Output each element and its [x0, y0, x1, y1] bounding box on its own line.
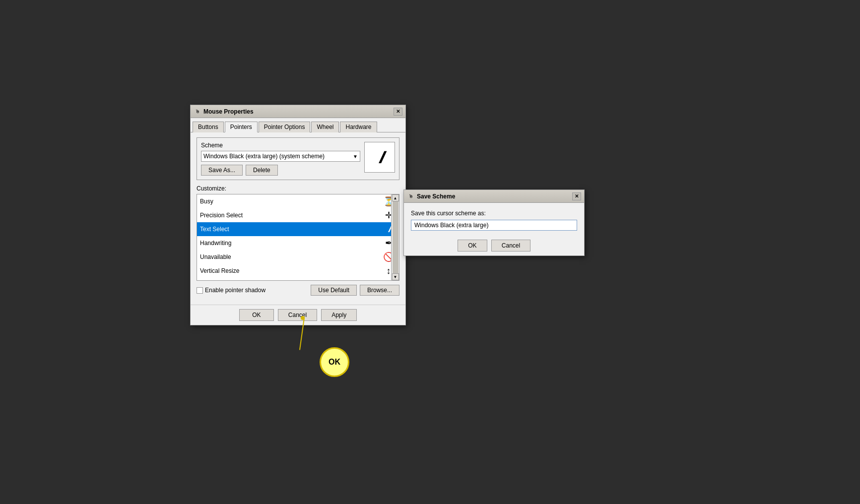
- tab-hardware[interactable]: Hardware: [340, 122, 377, 132]
- list-scrollbar: ▲ ▼: [391, 194, 399, 280]
- cursor-row-precision[interactable]: Precision Select ✛: [197, 208, 399, 222]
- save-dialog-close-button[interactable]: ✕: [572, 192, 581, 200]
- mouse-dialog-close-button[interactable]: ✕: [394, 108, 402, 116]
- use-default-button[interactable]: Use Default: [311, 285, 357, 296]
- save-scheme-input[interactable]: [411, 220, 577, 231]
- scheme-section: Scheme Windows Black (extra large) (syst…: [197, 137, 399, 180]
- ok-callout-text: OK: [329, 358, 340, 367]
- scheme-label: Scheme: [201, 142, 360, 149]
- cursor-preview: 𝙄: [364, 142, 395, 173]
- save-dialog-body: Save this cursor scheme as:: [404, 203, 584, 236]
- dialog-title-text: Mouse Properties: [203, 108, 254, 115]
- scheme-selected-value: Windows Black (extra large) (system sche…: [203, 153, 325, 160]
- save-dialog-footer: OK Cancel: [404, 236, 584, 255]
- enable-pointer-shadow-label[interactable]: Enable pointer shadow: [197, 287, 265, 294]
- mouse-dialog-titlebar: 🖱 Mouse Properties ✕: [191, 105, 405, 118]
- tab-pointers[interactable]: Pointers: [225, 122, 258, 132]
- cursor-preview-icon: 𝙄: [378, 147, 382, 168]
- titlebar-left: 🖱 Mouse Properties: [194, 108, 254, 116]
- save-ok-button[interactable]: OK: [458, 240, 487, 252]
- dialog-body: Scheme Windows Black (extra large) (syst…: [191, 132, 405, 305]
- tab-buttons[interactable]: Buttons: [193, 122, 224, 132]
- scroll-down-button[interactable]: ▼: [392, 273, 399, 280]
- cursor-row-busy[interactable]: Busy ⏳: [197, 194, 399, 208]
- save-dialog-titlebar: 🖱 Save Scheme ✕: [404, 190, 584, 203]
- save-dialog-label: Save this cursor scheme as:: [411, 210, 577, 217]
- save-dialog-title-text: Save Scheme: [417, 193, 455, 200]
- cursor-row-text-select-name: Text Select: [200, 226, 229, 233]
- cursor-row-text-select[interactable]: Text Select 𝙄: [197, 222, 399, 236]
- cursor-row-precision-name: Precision Select: [200, 212, 243, 219]
- scheme-select[interactable]: Windows Black (extra large) (system sche…: [201, 151, 360, 162]
- scheme-buttons: Save As... Delete: [201, 165, 360, 176]
- cursor-row-handwriting[interactable]: Handwriting ✒: [197, 236, 399, 250]
- cursor-row-busy-name: Busy: [200, 198, 213, 205]
- cursor-list-wrapper: Busy ⏳ Precision Select ✛ Text Select 𝙄 …: [197, 194, 399, 281]
- cursor-list: Busy ⏳ Precision Select ✛ Text Select 𝙄 …: [197, 194, 399, 278]
- cursor-row-unavailable[interactable]: Unavailable 🚫: [197, 250, 399, 264]
- cursor-row-vertical-resize-name: Vertical Resize: [200, 267, 239, 274]
- delete-button[interactable]: Delete: [246, 165, 278, 176]
- cancel-button[interactable]: Cancel: [278, 309, 317, 321]
- tabs-bar: Buttons Pointers Pointer Options Wheel H…: [191, 118, 405, 132]
- scheme-left: Scheme Windows Black (extra large) (syst…: [201, 142, 360, 176]
- apply-button[interactable]: Apply: [321, 309, 357, 321]
- customize-label: Customize:: [197, 185, 399, 192]
- tab-pointer-options[interactable]: Pointer Options: [259, 122, 311, 132]
- mouse-properties-dialog: 🖱 Mouse Properties ✕ Buttons Pointers Po…: [190, 105, 406, 325]
- tab-wheel[interactable]: Wheel: [311, 122, 339, 132]
- ok-callout: OK: [320, 347, 349, 377]
- mouse-dialog-footer: OK Cancel Apply: [191, 305, 405, 325]
- save-titlebar-left: 🖱 Save Scheme: [407, 192, 455, 200]
- scheme-dropdown-arrow-icon: ▼: [353, 154, 358, 159]
- action-buttons: Use Default Browse...: [311, 285, 399, 296]
- save-as-button[interactable]: Save As...: [201, 165, 243, 176]
- cursor-row-handwriting-name: Handwriting: [200, 240, 231, 247]
- browse-button[interactable]: Browse...: [360, 285, 399, 296]
- scroll-up-button[interactable]: ▲: [392, 194, 399, 201]
- pointer-shadow-row: Enable pointer shadow Use Default Browse…: [197, 285, 399, 296]
- save-dialog-title-icon: 🖱: [407, 192, 415, 200]
- save-scheme-dialog: 🖱 Save Scheme ✕ Save this cursor scheme …: [403, 189, 585, 256]
- cursor-row-vertical-resize[interactable]: Vertical Resize ↕: [197, 264, 399, 278]
- cursor-row-unavailable-name: Unavailable: [200, 253, 231, 260]
- ok-button[interactable]: OK: [239, 309, 274, 321]
- save-cancel-button[interactable]: Cancel: [491, 240, 530, 252]
- scroll-track: [393, 201, 398, 273]
- enable-pointer-shadow-text: Enable pointer shadow: [205, 287, 265, 294]
- enable-pointer-shadow-checkbox[interactable]: [197, 287, 203, 294]
- dialog-title-icon: 🖱: [194, 108, 201, 116]
